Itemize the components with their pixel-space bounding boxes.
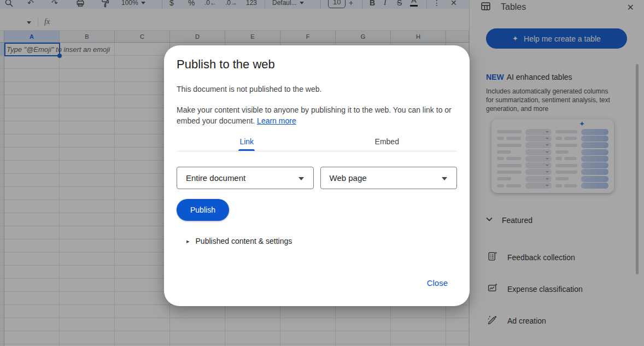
format-dropdown[interactable]: Web page	[320, 167, 458, 189]
learn-more-link[interactable]: Learn more	[257, 116, 296, 125]
dialog-description: Make your content visible to anyone by p…	[177, 104, 456, 126]
dialog-title: Publish to the web	[177, 57, 457, 72]
dialog-tabs: Link Embed	[177, 132, 457, 151]
publish-options-row: Entire document Web page	[177, 167, 457, 189]
published-content-settings-toggle[interactable]: ▸ Published content & settings	[186, 237, 457, 245]
publish-status-text: This document is not published to the we…	[177, 85, 457, 93]
tab-embed[interactable]: Embed	[317, 132, 458, 151]
publish-button[interactable]: Publish	[177, 199, 229, 221]
close-button[interactable]: Close	[427, 278, 448, 288]
disclosure-arrow-icon: ▸	[186, 238, 190, 245]
scope-dropdown[interactable]: Entire document	[177, 167, 314, 189]
tab-link[interactable]: Link	[177, 132, 317, 151]
publish-to-web-dialog: Publish to the web This document is not …	[164, 45, 470, 306]
